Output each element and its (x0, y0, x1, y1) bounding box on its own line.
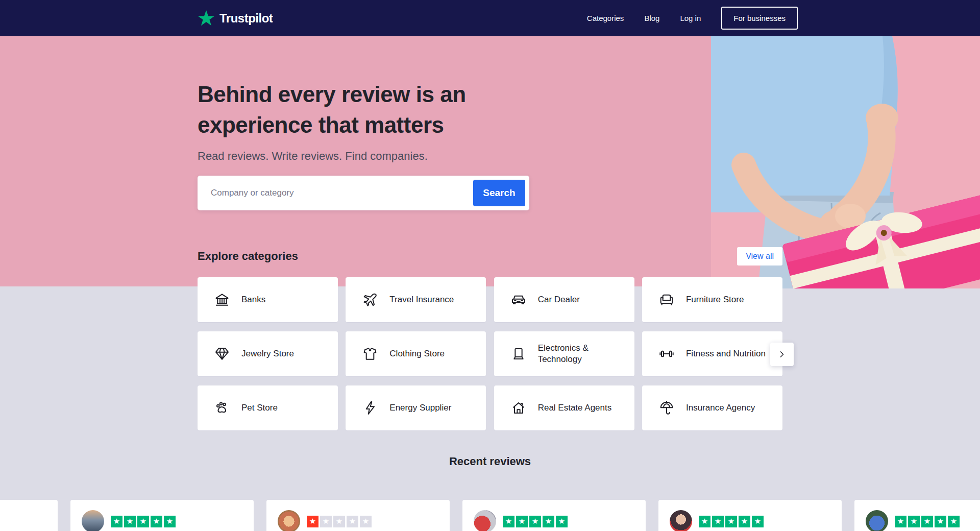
category-card-electronics-technology[interactable]: Electronics & Technology (494, 331, 634, 376)
reviews-carousel: ★★★★★ ★★★★★ ★★★★★ ★★★★★ ★★★★★ (0, 500, 980, 531)
review-card[interactable]: ★★★★★ (462, 500, 646, 531)
star-rating: ★★★★★ (895, 516, 960, 527)
review-card[interactable]: ★★★★★ (658, 500, 842, 531)
star-rating: ★★★★★ (111, 516, 176, 527)
category-card-energy-supplier[interactable]: Energy Supplier (346, 385, 486, 430)
nav-login[interactable]: Log in (680, 14, 701, 22)
category-card-insurance-agency[interactable]: Insurance Agency (642, 385, 782, 430)
category-card-fitness-nutrition[interactable]: Fitness and Nutrition (642, 331, 782, 376)
lightning-icon (362, 400, 378, 416)
star-rating: ★★★★★ (503, 516, 568, 527)
bank-icon (214, 292, 230, 308)
reviewer-avatar (474, 510, 496, 531)
category-card-clothing-store[interactable]: Clothing Store (346, 331, 486, 376)
trustpilot-star-icon (198, 10, 215, 27)
hero-title-line2: experience that matters (198, 112, 444, 137)
hero-section: Behind every review is an experience tha… (0, 36, 980, 286)
chevron-right-icon (777, 349, 787, 359)
house-icon (510, 400, 527, 416)
category-card-car-dealer[interactable]: Car Dealer (494, 277, 634, 322)
category-card-banks[interactable]: Banks (198, 277, 338, 322)
reviewer-avatar (670, 510, 692, 531)
hero-title: Behind every review is an experience tha… (198, 36, 782, 140)
reviewer-avatar (866, 510, 888, 531)
category-card-pet-store[interactable]: Pet Store (198, 385, 338, 430)
review-card[interactable]: ★★★★★ (854, 500, 980, 531)
laptop-icon (510, 346, 527, 362)
car-icon (510, 292, 527, 308)
armchair-icon (658, 292, 675, 308)
search-button[interactable]: Search (473, 180, 525, 206)
reviewer-avatar (278, 510, 300, 531)
star-rating: ★★★★★ (307, 516, 372, 527)
plane-icon (362, 292, 378, 308)
review-card-partial[interactable] (0, 500, 58, 531)
dumbbell-icon (658, 346, 675, 362)
category-card-real-estate-agents[interactable]: Real Estate Agents (494, 385, 634, 430)
review-card[interactable]: ★★★★★ (70, 500, 254, 531)
shirt-icon (362, 346, 378, 362)
category-card-furniture-store[interactable]: Furniture Store (642, 277, 782, 322)
header-nav: Categories Blog Log in For businesses (587, 7, 798, 30)
category-grid: Banks Travel Insurance (198, 277, 782, 430)
top-navigation-bar: Trustpilot Categories Blog Log in For bu… (0, 0, 980, 36)
logo-text: Trustpilot (219, 11, 273, 26)
carousel-next-button[interactable] (770, 343, 794, 366)
trustpilot-logo[interactable]: Trustpilot (198, 10, 273, 27)
nav-blog[interactable]: Blog (644, 14, 659, 22)
search-bar: Search (198, 176, 529, 210)
category-card-travel-insurance[interactable]: Travel Insurance (346, 277, 486, 322)
recent-reviews-heading: Recent reviews (0, 455, 980, 468)
explore-categories-heading: Explore categories (198, 250, 298, 263)
view-all-button[interactable]: View all (737, 247, 782, 266)
umbrella-icon (658, 400, 675, 416)
nav-categories[interactable]: Categories (587, 14, 624, 22)
reviewer-avatar (82, 510, 104, 531)
paw-icon (214, 400, 230, 416)
for-businesses-button[interactable]: For businesses (721, 7, 798, 30)
diamond-icon (214, 346, 230, 362)
hero-subtitle: Read reviews. Write reviews. Find compan… (198, 150, 782, 163)
search-input[interactable] (202, 180, 473, 206)
star-rating: ★★★★★ (699, 516, 764, 527)
category-card-jewelry-store[interactable]: Jewelry Store (198, 331, 338, 376)
hero-title-line1: Behind every review is an (198, 82, 466, 107)
review-card[interactable]: ★★★★★ (266, 500, 450, 531)
